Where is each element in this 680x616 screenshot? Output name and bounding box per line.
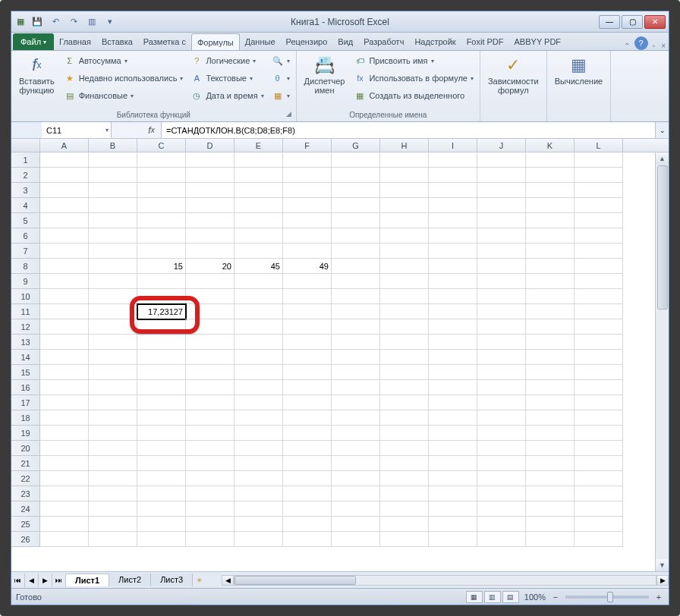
cell-L9[interactable] xyxy=(575,274,623,289)
cell-C15[interactable] xyxy=(137,365,186,380)
cell-E9[interactable] xyxy=(235,274,283,289)
zoom-slider-thumb[interactable] xyxy=(607,592,613,602)
row-header-11[interactable]: 11 xyxy=(11,304,40,319)
cell-G17[interactable] xyxy=(332,395,380,410)
cell-C20[interactable] xyxy=(137,441,186,456)
cell-G16[interactable] xyxy=(332,380,380,395)
cell-F26[interactable] xyxy=(283,532,332,547)
cell-K25[interactable] xyxy=(526,517,575,532)
cell-J9[interactable] xyxy=(477,274,526,289)
cell-J4[interactable] xyxy=(477,198,526,213)
cell-F17[interactable] xyxy=(283,395,332,410)
cell-I2[interactable] xyxy=(429,168,477,183)
cell-A20[interactable] xyxy=(40,441,89,456)
cell-G21[interactable] xyxy=(332,456,380,471)
cell-J21[interactable] xyxy=(477,456,526,471)
cell-D25[interactable] xyxy=(186,517,235,532)
autosum-button[interactable]: ΣАвтосумма▾ xyxy=(61,52,187,69)
cell-B26[interactable] xyxy=(89,532,137,547)
cell-C23[interactable] xyxy=(137,486,186,501)
cell-A17[interactable] xyxy=(40,395,89,410)
cell-E19[interactable] xyxy=(235,426,283,441)
formula-input[interactable]: =СТАНДОТКЛОН.В(C8;D8;E8;F8) xyxy=(162,122,655,138)
cell-D21[interactable] xyxy=(186,456,235,471)
cell-J8[interactable] xyxy=(477,259,526,274)
cell-H12[interactable] xyxy=(380,319,429,335)
cell-A23[interactable] xyxy=(40,486,89,501)
cell-G19[interactable] xyxy=(332,426,380,441)
cell-J18[interactable] xyxy=(477,410,526,426)
math-button[interactable]: θ▾ xyxy=(269,70,293,86)
ribbon-tab-формулы[interactable]: Формулы xyxy=(191,33,240,50)
cell-G5[interactable] xyxy=(332,213,380,228)
cell-D14[interactable] xyxy=(186,350,235,365)
cell-K8[interactable] xyxy=(526,259,575,274)
cell-F6[interactable] xyxy=(283,228,332,244)
cell-H5[interactable] xyxy=(380,213,429,228)
cell-G2[interactable] xyxy=(332,168,380,183)
cell-I3[interactable] xyxy=(429,183,477,198)
text-button[interactable]: AТекстовые▾ xyxy=(187,70,266,86)
cell-L18[interactable] xyxy=(575,410,623,426)
dialog-launcher-icon[interactable]: ◢ xyxy=(286,110,291,118)
maximize-button[interactable]: ▢ xyxy=(622,15,643,29)
cell-L13[interactable] xyxy=(575,335,623,350)
cell-F12[interactable] xyxy=(283,319,332,335)
cell-F8[interactable]: 49 xyxy=(283,259,332,274)
cell-B14[interactable] xyxy=(89,350,137,365)
cell-I12[interactable] xyxy=(429,319,477,335)
cell-E23[interactable] xyxy=(235,486,283,501)
cell-K17[interactable] xyxy=(526,395,575,410)
cell-H14[interactable] xyxy=(380,350,429,365)
cell-F22[interactable] xyxy=(283,471,332,486)
cell-L2[interactable] xyxy=(575,168,623,183)
cell-L8[interactable] xyxy=(575,259,623,274)
cell-F18[interactable] xyxy=(283,410,332,426)
cell-E4[interactable] xyxy=(235,198,283,213)
cell-H3[interactable] xyxy=(380,183,429,198)
cell-I15[interactable] xyxy=(429,365,477,380)
cell-K2[interactable] xyxy=(526,168,575,183)
cell-D19[interactable] xyxy=(186,426,235,441)
cell-A15[interactable] xyxy=(40,365,89,380)
cell-H2[interactable] xyxy=(380,168,429,183)
cell-E14[interactable] xyxy=(235,350,283,365)
cell-A16[interactable] xyxy=(40,380,89,395)
cell-I8[interactable] xyxy=(429,259,477,274)
formula-dependencies-button[interactable]: ✓ Зависимости формул xyxy=(483,52,543,96)
cell-A18[interactable] xyxy=(40,410,89,426)
cell-F5[interactable] xyxy=(283,213,332,228)
next-sheet-button[interactable]: ▶ xyxy=(39,574,52,587)
cell-C5[interactable] xyxy=(137,213,186,228)
row-header-26[interactable]: 26 xyxy=(11,532,40,547)
cell-L16[interactable] xyxy=(575,380,623,395)
cell-H1[interactable] xyxy=(380,152,429,168)
horizontal-scroll-thumb[interactable] xyxy=(235,576,356,585)
cell-H6[interactable] xyxy=(380,228,429,244)
cell-I17[interactable] xyxy=(429,395,477,410)
cell-B19[interactable] xyxy=(89,426,137,441)
cell-H19[interactable] xyxy=(380,426,429,441)
cell-B7[interactable] xyxy=(89,244,137,259)
cell-J22[interactable] xyxy=(477,471,526,486)
row-header-23[interactable]: 23 xyxy=(11,486,40,501)
cell-J24[interactable] xyxy=(477,501,526,517)
cell-D16[interactable] xyxy=(186,380,235,395)
cell-K4[interactable] xyxy=(526,198,575,213)
cell-H10[interactable] xyxy=(380,289,429,304)
cell-G7[interactable] xyxy=(332,244,380,259)
cell-E2[interactable] xyxy=(235,168,283,183)
scroll-right-button[interactable]: ▶ xyxy=(656,575,669,586)
cell-D10[interactable] xyxy=(186,289,235,304)
cell-H22[interactable] xyxy=(380,471,429,486)
cell-L7[interactable] xyxy=(575,244,623,259)
cell-J3[interactable] xyxy=(477,183,526,198)
cell-A24[interactable] xyxy=(40,501,89,517)
cell-F4[interactable] xyxy=(283,198,332,213)
scroll-up-button[interactable]: ▲ xyxy=(656,152,669,165)
cell-G3[interactable] xyxy=(332,183,380,198)
cell-L25[interactable] xyxy=(575,517,623,532)
cell-A2[interactable] xyxy=(40,168,89,183)
cell-E20[interactable] xyxy=(235,441,283,456)
cell-L14[interactable] xyxy=(575,350,623,365)
